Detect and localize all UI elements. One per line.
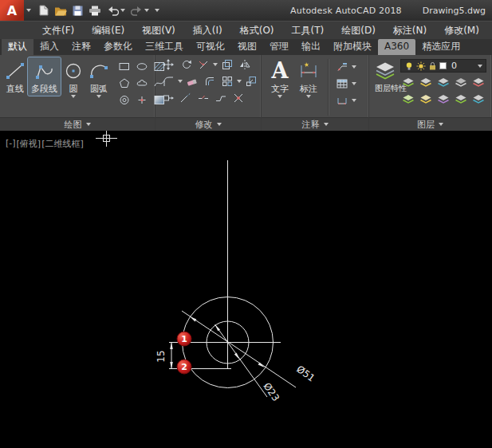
tool-trim[interactable] [195,57,211,72]
tab-parametric[interactable]: 参数化 [97,39,139,55]
undo-button[interactable] [107,6,125,16]
tool-explode[interactable] [230,91,246,105]
tool-lengthen[interactable] [178,91,194,105]
qat-customize-caret-icon[interactable] [155,9,159,12]
menu-format[interactable]: 格式(O) [231,22,283,39]
tool-break[interactable] [195,91,211,105]
panel-draw-footer[interactable]: 绘图 [0,117,155,131]
plot-button[interactable] [89,6,101,16]
tab-default[interactable]: 默认 [2,39,33,55]
panel-draw: 直线 多段线 圆 圆弧 [0,55,155,131]
tool-dim-style[interactable] [334,93,350,108]
panel-annotate-footer[interactable]: 注释 [262,117,368,131]
tab-visualize[interactable]: 可视化 [190,39,231,55]
tab-add-ins[interactable]: 附加模块 [327,39,378,55]
tool-polyline[interactable]: 多段线 [28,57,61,96]
tool-fillet[interactable] [160,74,176,88]
viewport-visual-style-control[interactable]: [二维线框] [41,138,84,150]
panel-draw-label: 绘图 [65,119,82,131]
dim-15-text[interactable]: 15 [155,350,167,362]
menu-view[interactable]: 视图(V) [133,22,184,39]
polygon-icon [119,78,130,88]
new-file-button[interactable] [39,5,49,16]
tool-leader[interactable] [334,60,350,74]
erase-icon [187,76,198,87]
menu-tools[interactable]: 工具(T) [283,22,333,39]
app-menu-caret-icon[interactable] [26,9,31,12]
dim-51-line[interactable] [182,311,296,387]
trim-icon [198,59,209,70]
open-file-button[interactable] [54,6,67,16]
menu-modify[interactable]: 修改(M) [435,22,488,39]
drawing-canvas[interactable]: [-] [俯视] [二维线框] [0,131,492,448]
layer-combo[interactable]: 0 [400,59,486,73]
tool-revision-cloud[interactable] [134,76,150,90]
tool-point[interactable] [134,92,150,107]
tab-manage[interactable]: 管理 [263,39,295,55]
tool-array[interactable] [219,74,235,88]
layer-tool[interactable] [400,75,416,89]
panel-modify-footer[interactable]: 修改 [155,117,261,131]
layer-tool[interactable] [453,75,469,89]
tool-table[interactable] [334,77,350,91]
layer-freeze-sun-icon [416,61,426,71]
menu-file[interactable]: 文件(F) [33,22,83,39]
menu-insert[interactable]: 插入(I) [184,22,231,39]
tool-text[interactable]: A 文字 [268,57,292,100]
layer-tool[interactable] [470,92,486,106]
tab-featured-apps[interactable]: 精选应用 [415,39,466,55]
layer-tool[interactable] [418,92,434,106]
tab-3d-tools[interactable]: 三维工具 [139,39,190,55]
tab-a360[interactable]: A360 [378,39,415,55]
redo-button[interactable] [131,6,149,16]
tool-layer-properties[interactable]: 图层特性 [372,57,399,95]
tool-stretch[interactable] [160,91,176,105]
ellipse-icon [136,61,148,72]
tool-rotate[interactable] [178,57,194,72]
tool-mirror[interactable] [237,57,253,72]
save-button[interactable] [73,6,83,16]
viewport-controls: [-] [俯视] [二维线框] [6,138,84,150]
tool-ellipse[interactable] [134,59,150,73]
layer-tool[interactable] [418,75,434,89]
tool-dimension[interactable]: 标注 [295,57,322,100]
tab-output[interactable]: 输出 [295,39,327,55]
tool-arc[interactable]: 圆弧 [86,57,112,100]
save-floppy-icon [73,6,83,16]
tool-copy[interactable] [219,57,235,72]
text-flyout-caret-icon [277,95,282,98]
dim-23-text[interactable]: Ø23 [262,381,281,403]
viewport-view-control[interactable]: [俯视] [17,138,41,150]
layer-tool[interactable] [435,92,451,106]
layer-properties-icon [375,59,396,83]
tool-circle[interactable]: 圆 [61,57,86,100]
layer-tool[interactable] [435,75,451,89]
layer-tool[interactable] [400,92,416,106]
menu-draw[interactable]: 绘图(D) [333,22,384,39]
layer-tool[interactable] [470,75,486,89]
table-icon [337,79,348,88]
dim-51-text[interactable]: Ø51 [294,364,317,384]
layer-stack-icon [419,94,432,104]
marker-badges: 1 2 [177,332,191,374]
menu-dimension[interactable]: 标注(N) [384,22,435,39]
tab-insert[interactable]: 插入 [33,39,65,55]
tool-line[interactable]: 直线 [2,57,28,96]
tool-polygon[interactable] [116,76,132,90]
table-caret-icon [352,82,356,85]
viewport-menu-control[interactable]: [-] [6,138,16,150]
tool-erase[interactable] [184,74,200,88]
tool-offset[interactable] [202,74,218,88]
tool-move[interactable] [160,57,176,72]
tool-join[interactable] [213,91,229,105]
panel-layers-footer[interactable]: 图层 [369,117,491,131]
tab-annotate[interactable]: 注释 [65,39,97,55]
tool-rectangle[interactable] [116,59,132,73]
tool-scale[interactable] [243,74,259,88]
tab-view[interactable]: 视图 [231,39,263,55]
layer-tool[interactable] [453,92,469,106]
ribbon-tabbar: 默认 插入 注释 参数化 三维工具 可视化 视图 管理 输出 附加模块 A360… [0,39,492,55]
menu-edit[interactable]: 编辑(E) [83,22,133,39]
tool-donut[interactable] [116,92,132,107]
autocad-logo-button[interactable]: A [0,0,24,21]
